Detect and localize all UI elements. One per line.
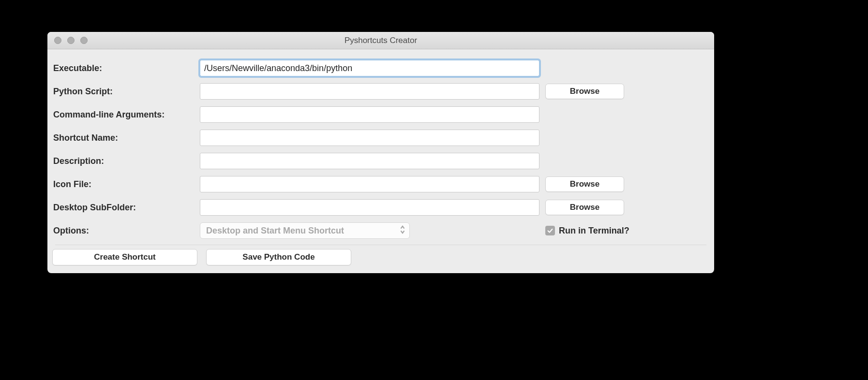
description-input[interactable]: [200, 153, 539, 169]
titlebar[interactable]: Pyshortcuts Creator: [47, 32, 714, 49]
browse-icon-button[interactable]: Browse: [545, 176, 624, 192]
label-executable: Executable:: [52, 63, 200, 73]
row-python-script: Python Script: Browse: [52, 81, 709, 102]
row-options: Options: Desktop and Start Menu Shortcut: [52, 220, 709, 241]
row-desktop-subfolder: Desktop SubFolder: Browse: [52, 197, 709, 218]
label-icon-file: Icon File:: [52, 179, 200, 190]
app-window: Pyshortcuts Creator Executable: Python S…: [47, 32, 714, 273]
bottom-button-row: Create Shortcut Save Python Code: [52, 249, 709, 270]
window-title: Pyshortcuts Creator: [47, 36, 714, 45]
content-area: Executable: Python Script: Browse Comman…: [47, 49, 714, 273]
row-shortcut-name: Shortcut Name:: [52, 128, 709, 148]
chevron-up-down-icon: [399, 225, 406, 237]
run-in-terminal-label: Run in Terminal?: [559, 226, 629, 236]
row-description: Description:: [52, 151, 709, 171]
label-desktop-subfolder: Desktop SubFolder:: [52, 203, 200, 213]
options-select[interactable]: Desktop and Start Menu Shortcut: [200, 222, 410, 239]
browse-script-button[interactable]: Browse: [545, 84, 624, 99]
shortcut-name-input[interactable]: [200, 130, 539, 146]
desktop-subfolder-input[interactable]: [200, 199, 539, 216]
zoom-icon[interactable]: [80, 37, 88, 44]
icon-file-input[interactable]: [200, 176, 539, 192]
close-icon[interactable]: [54, 37, 61, 44]
cmd-args-input[interactable]: [200, 106, 539, 123]
label-python-script: Python Script:: [52, 87, 200, 97]
row-cmd-args: Command-line Arguments:: [52, 104, 709, 125]
traffic-lights: [47, 37, 88, 44]
minimize-icon[interactable]: [67, 37, 75, 44]
label-options: Options:: [52, 226, 200, 236]
label-shortcut-name: Shortcut Name:: [52, 133, 200, 143]
options-select-value: Desktop and Start Menu Shortcut: [206, 226, 344, 236]
row-executable: Executable:: [52, 58, 709, 78]
label-description: Description:: [52, 156, 200, 166]
check-icon: [547, 227, 554, 234]
create-shortcut-button[interactable]: Create Shortcut: [52, 249, 197, 265]
row-icon-file: Icon File: Browse: [52, 174, 709, 194]
browse-subfolder-button[interactable]: Browse: [545, 200, 624, 215]
python-script-input[interactable]: [200, 83, 539, 100]
label-cmd-args: Command-line Arguments:: [52, 110, 200, 120]
run-in-terminal-checkbox[interactable]: [545, 226, 555, 235]
save-python-code-button[interactable]: Save Python Code: [206, 249, 351, 265]
executable-input[interactable]: [200, 60, 539, 76]
divider: [55, 245, 706, 245]
